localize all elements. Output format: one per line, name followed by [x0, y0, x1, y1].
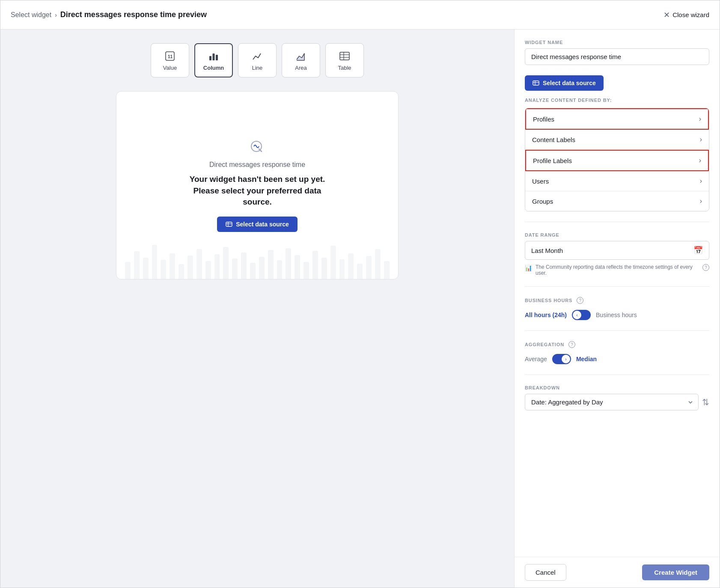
breakdown-select[interactable]: Date: Aggregated by Day	[525, 394, 699, 410]
panel-divider-1	[525, 222, 709, 222]
analyze-option-content-labels[interactable]: Content Labels ›	[525, 130, 709, 150]
chart-type-line[interactable]: Line	[238, 43, 277, 77]
bg-bar	[196, 249, 202, 279]
bg-bar	[339, 259, 345, 279]
analyze-option-profile-labels[interactable]: Profile Labels ›	[525, 150, 709, 171]
bg-bar	[143, 258, 149, 279]
business-hours-help-icon[interactable]: ?	[577, 297, 583, 304]
svg-text:11: 11	[168, 54, 173, 59]
widget-icon	[249, 139, 266, 156]
bg-bar	[348, 253, 354, 279]
wizard-container: Select widget › Direct messages response…	[0, 0, 720, 588]
toggle-knob-arrow-icon: ‹	[576, 313, 577, 318]
aggregation-section: AGGREGATION ? Average › Median	[525, 341, 709, 364]
chart-type-value[interactable]: 11 Value	[151, 43, 189, 77]
select-widget-link[interactable]: Select widget	[11, 11, 51, 19]
cancel-button[interactable]: Cancel	[525, 564, 566, 581]
preview-widget-label: Direct messages response time	[209, 161, 305, 169]
left-panel: 11 Value Column	[0, 30, 514, 588]
users-label: Users	[532, 178, 549, 185]
chart-type-column[interactable]: Column	[194, 43, 233, 77]
chart-type-column-label: Column	[203, 65, 224, 71]
chart-type-value-label: Value	[163, 65, 177, 71]
close-wizard-label: Close wizard	[672, 11, 709, 18]
aggregation-toggle[interactable]: ›	[552, 354, 571, 364]
profile-labels-chevron-icon: ›	[699, 157, 701, 164]
chart-type-table-label: Table	[338, 65, 351, 71]
widget-name-label: WIDGET NAME	[525, 40, 709, 45]
profile-labels-label: Profile Labels	[533, 157, 572, 164]
bg-bar	[321, 258, 327, 279]
widget-name-input[interactable]	[525, 48, 709, 65]
svg-rect-2	[209, 56, 211, 60]
analyze-section-label: ANALYZE CONTENT DEFINED BY:	[525, 98, 709, 103]
chart-type-selector: 11 Value Column	[151, 43, 364, 77]
toggle-knob: ‹	[573, 311, 581, 319]
aggregation-label: AGGREGATION	[525, 342, 564, 347]
timezone-icon: 📊	[525, 264, 532, 271]
business-hours-toggle[interactable]: ‹	[572, 310, 591, 320]
bg-bar	[375, 249, 381, 279]
preview-content: Direct messages response time Your widge…	[190, 139, 325, 232]
timezone-note: 📊 The Community reporting data reflects …	[525, 264, 709, 276]
sort-icon[interactable]: ⇅	[702, 397, 709, 407]
content-labels-label: Content Labels	[532, 136, 575, 143]
agg-knob: ›	[562, 355, 570, 363]
bg-bar	[330, 246, 336, 279]
analyze-option-profiles[interactable]: Profiles ›	[525, 108, 709, 130]
analyze-option-groups[interactable]: Groups ›	[525, 191, 709, 211]
svg-rect-10	[226, 222, 232, 226]
date-range-label: DATE RANGE	[525, 232, 709, 238]
profiles-chevron-icon: ›	[699, 115, 701, 123]
close-x-icon: ✕	[663, 10, 670, 20]
business-hours-right-label: Business hours	[596, 312, 637, 318]
breakdown-row: Date: Aggregated by Day ⇅	[525, 394, 709, 410]
select-ds-label: Select data source	[543, 80, 596, 86]
bg-bar	[161, 260, 166, 279]
bg-bar	[223, 247, 229, 279]
bg-bar	[357, 264, 363, 279]
business-hours-label-row: BUSINESS HOURS ?	[525, 297, 709, 304]
bg-bar	[232, 258, 238, 279]
chart-type-table[interactable]: Table	[325, 43, 364, 77]
chart-type-area[interactable]: Area	[282, 43, 320, 77]
wizard-body: 11 Value Column	[0, 30, 720, 588]
bg-bar	[366, 256, 372, 279]
business-hours-label: BUSINESS HOURS	[525, 298, 572, 303]
svg-rect-3	[213, 53, 215, 60]
bg-bar	[187, 255, 193, 279]
preview-area: Direct messages response time Your widge…	[116, 91, 399, 279]
breakdown-section: BREAKDOWN Date: Aggregated by Day ⇅	[525, 385, 709, 410]
right-panel-footer: Cancel Create Widget	[515, 557, 720, 588]
bg-bar	[134, 251, 140, 279]
panel-divider-4	[525, 374, 709, 375]
area-icon	[295, 50, 307, 62]
create-widget-button[interactable]: Create Widget	[642, 564, 709, 580]
value-icon: 11	[164, 50, 176, 62]
analyze-option-users[interactable]: Users ›	[525, 171, 709, 191]
aggregation-help-icon[interactable]: ?	[568, 341, 575, 348]
svg-rect-4	[216, 55, 218, 60]
bg-bar	[384, 261, 390, 279]
timezone-help-icon[interactable]: ?	[702, 264, 709, 271]
chart-type-line-label: Line	[252, 65, 263, 71]
bg-bar	[277, 260, 283, 279]
header-left: Select widget › Direct messages response…	[11, 10, 207, 19]
ds-icon	[533, 80, 539, 86]
bg-bar	[286, 248, 291, 279]
profiles-label: Profiles	[533, 116, 554, 123]
select-ds-button[interactable]: Select data source	[525, 75, 604, 91]
preview-select-ds-button[interactable]: Select data source	[217, 217, 298, 232]
bg-bar	[179, 264, 184, 279]
ds-icon-preview	[226, 221, 232, 228]
average-label: Average	[525, 356, 547, 362]
bg-bar	[303, 262, 309, 279]
breakdown-label: BREAKDOWN	[525, 385, 709, 390]
date-range-picker[interactable]: Last Month 📅	[525, 241, 709, 260]
close-wizard-button[interactable]: ✕ Close wizard	[663, 10, 709, 20]
business-hours-toggle-row: All hours (24h) ‹ Business hours	[525, 310, 709, 320]
bg-bar	[241, 252, 247, 279]
preview-empty-title: Your widget hasn't been set up yet.Pleas…	[190, 174, 325, 208]
users-chevron-icon: ›	[700, 177, 702, 185]
aggregation-label-row: AGGREGATION ?	[525, 341, 709, 348]
